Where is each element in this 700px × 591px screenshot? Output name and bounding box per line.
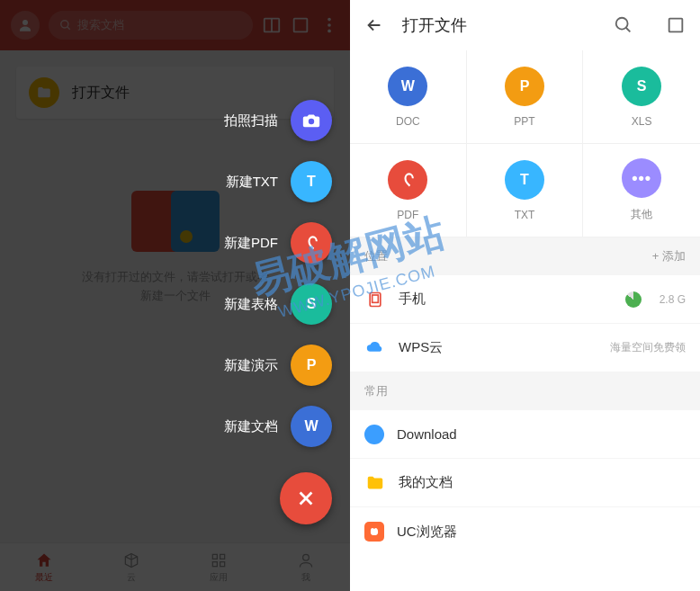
location-section-header: 位置 + 添加 <box>350 237 700 275</box>
filetype-xls[interactable]: S XLS <box>583 50 700 144</box>
filetype-ppt[interactable]: P PPT <box>467 50 584 144</box>
common-section-header: 常用 <box>350 372 700 410</box>
file-type-grid: W DOC P PPT S XLS PDF T TXT ••• 其他 <box>350 50 700 237</box>
svg-point-17 <box>616 18 628 30</box>
cloud-icon <box>364 337 386 359</box>
filetype-txt[interactable]: T TXT <box>467 144 584 237</box>
common-uc[interactable]: UC浏览器 <box>350 507 700 556</box>
back-icon[interactable] <box>364 15 384 35</box>
filetype-other[interactable]: ••• 其他 <box>583 144 700 237</box>
page-title: 打开文件 <box>402 14 596 36</box>
fab-pdf[interactable]: 新建PDF <box>224 222 332 264</box>
fab-doc[interactable]: 新建文档 W <box>224 406 332 447</box>
common-mydocs[interactable]: 我的文档 <box>350 459 700 507</box>
right-header: 打开文件 <box>350 0 700 50</box>
ppt-icon: P <box>505 67 544 106</box>
square-icon[interactable] <box>666 15 686 35</box>
fab-ppt[interactable]: 新建演示 P <box>224 345 332 386</box>
svg-rect-19 <box>669 19 683 32</box>
uc-browser-icon <box>364 522 384 542</box>
xls-icon: S <box>622 67 661 106</box>
download-icon <box>364 425 384 444</box>
location-label: 位置 <box>364 248 388 264</box>
ppt-icon: P <box>291 345 332 386</box>
fab-scan[interactable]: 拍照扫描 <box>224 100 332 141</box>
filetype-pdf[interactable]: PDF <box>350 144 467 237</box>
xls-icon: S <box>291 283 332 325</box>
fab-xls[interactable]: 新建表格 S <box>224 283 332 325</box>
add-location-button[interactable]: + 添加 <box>652 248 686 264</box>
svg-line-18 <box>626 28 631 32</box>
doc-icon: W <box>291 406 332 447</box>
search-icon[interactable] <box>614 15 633 35</box>
txt-icon: T <box>291 161 332 202</box>
storage-pie-icon <box>625 291 642 308</box>
pdf-icon <box>388 160 427 200</box>
fab-menu: 拍照扫描 新建TXT T 新建PDF 新建表格 S 新建演示 P 新建文档 W <box>224 100 332 524</box>
close-icon <box>296 488 316 508</box>
svg-rect-21 <box>372 295 379 302</box>
location-wps-cloud[interactable]: WPS云 海量空间免费领 <box>350 324 700 372</box>
txt-icon: T <box>505 160 544 200</box>
svg-point-14 <box>309 119 314 124</box>
common-label: 常用 <box>364 383 388 399</box>
folder-icon <box>364 472 386 494</box>
fab-close[interactable] <box>280 472 332 524</box>
phone-left-screen: 搜索文档 打开文件 没有打开过的文件，请尝试打开或者 新建一个文件 最近 云 <box>0 0 350 591</box>
location-phone[interactable]: 手机 2.8 G <box>350 275 700 324</box>
doc-icon: W <box>388 67 427 106</box>
filetype-doc[interactable]: W DOC <box>350 50 467 144</box>
phone-right-screen: 打开文件 W DOC P PPT S XLS PDF T TXT ••• <box>350 0 700 591</box>
pdf-icon <box>291 222 332 264</box>
other-icon: ••• <box>622 158 661 198</box>
fab-txt[interactable]: 新建TXT T <box>226 161 332 202</box>
common-download[interactable]: Download <box>350 410 700 459</box>
camera-icon <box>291 100 332 141</box>
phone-storage-icon <box>364 289 386 310</box>
